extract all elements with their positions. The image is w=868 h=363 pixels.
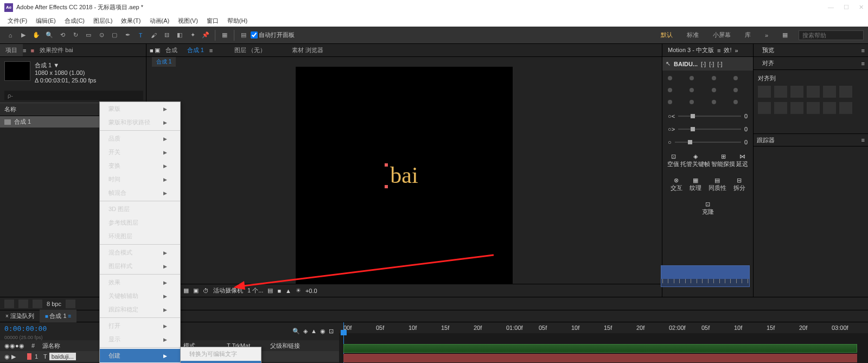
project-search[interactable] bbox=[4, 91, 143, 100]
ctx-item-4[interactable]: 变换▶ bbox=[100, 159, 180, 173]
motion-split-button[interactable]: ⊟拆分 bbox=[733, 177, 745, 192]
viewer[interactable]: bai bbox=[146, 67, 662, 284]
ctx-item-7[interactable]: 3D 图层 bbox=[100, 202, 180, 216]
tab-align[interactable]: 对齐 bbox=[757, 57, 780, 69]
snap-icon[interactable]: ▦ bbox=[219, 29, 231, 41]
folder-icon[interactable]: ▣ bbox=[155, 47, 160, 54]
grid-icon[interactable]: ▦ bbox=[183, 287, 189, 294]
submenu-item-1[interactable]: 从文字创建形状 bbox=[181, 361, 261, 363]
anchor-dot[interactable] bbox=[690, 88, 694, 92]
view-icon[interactable]: ▤ bbox=[267, 287, 273, 294]
anchor-dot[interactable] bbox=[712, 100, 716, 104]
align-top-button[interactable] bbox=[807, 86, 820, 98]
col-parent[interactable]: 父级和链接 bbox=[266, 342, 304, 350]
pan-behind-tool[interactable]: ⊙ bbox=[95, 29, 107, 41]
ctx-item-3[interactable]: 开关▶ bbox=[100, 145, 180, 159]
menu-view[interactable]: 视图(V) bbox=[175, 16, 201, 26]
slider-track[interactable] bbox=[678, 129, 741, 130]
anchor-dot[interactable] bbox=[668, 100, 672, 104]
time-icon[interactable]: ⏱ bbox=[203, 288, 209, 294]
time-navigator[interactable] bbox=[661, 265, 750, 287]
tab-menu-icon[interactable]: ≡ bbox=[209, 47, 213, 54]
more-icon[interactable]: » bbox=[735, 47, 738, 54]
autopanel-checkbox[interactable] bbox=[251, 31, 258, 39]
dist-vcenter-button[interactable] bbox=[823, 102, 836, 114]
orbit-tool[interactable]: ⟲ bbox=[56, 29, 68, 41]
mask-icon[interactable]: ▣ bbox=[193, 287, 199, 294]
slider-thumb[interactable] bbox=[691, 114, 695, 118]
camera-tool[interactable]: ▭ bbox=[82, 29, 94, 41]
selection-tool[interactable]: ▶ bbox=[17, 29, 29, 41]
motion-homog-button[interactable]: ▤同质性 bbox=[709, 177, 726, 192]
timecode[interactable]: 0:00:00:00 bbox=[0, 322, 51, 335]
ctx-item-12[interactable]: 效果▶ bbox=[100, 276, 180, 289]
menu-layer[interactable]: 图层(L) bbox=[90, 16, 116, 26]
menu-effect[interactable]: 效果(T) bbox=[118, 16, 144, 26]
align-icon[interactable]: ▤ bbox=[238, 29, 250, 41]
slider-track[interactable] bbox=[675, 142, 741, 143]
tab-menu-icon[interactable]: ≡ bbox=[23, 47, 26, 54]
canvas[interactable]: bai bbox=[296, 67, 513, 284]
motion-null-button[interactable]: ⊡空值 bbox=[667, 153, 679, 168]
work-area-bar[interactable] bbox=[343, 344, 857, 353]
pen-tool[interactable]: ✒ bbox=[122, 29, 133, 41]
ctx-item-5[interactable]: 时间▶ bbox=[100, 173, 180, 186]
anchor-dot[interactable] bbox=[733, 88, 738, 92]
roto-tool[interactable]: ✦ bbox=[187, 29, 199, 41]
layer-bar[interactable] bbox=[343, 354, 857, 362]
col-source[interactable]: 源名称 bbox=[38, 342, 103, 350]
tab-comp-name[interactable]: 合成 1 bbox=[183, 44, 208, 56]
col-number[interactable]: # bbox=[27, 342, 38, 349]
ctx-item-6[interactable]: 帧混合▶ bbox=[100, 186, 180, 200]
slider-track[interactable] bbox=[678, 116, 741, 117]
trash-button[interactable] bbox=[66, 300, 75, 308]
panel-menu-icon[interactable]: ≡ bbox=[861, 137, 865, 143]
ctx-item-10[interactable]: 混合模式▶ bbox=[100, 246, 180, 259]
exposure-value[interactable]: +0.0 bbox=[305, 288, 317, 294]
motion-texture-button[interactable]: ▦纹理 bbox=[690, 177, 701, 192]
anchor-dot[interactable] bbox=[668, 88, 672, 92]
home-icon[interactable]: ⌂ bbox=[4, 29, 16, 41]
views-dropdown[interactable]: 1 个... bbox=[247, 286, 263, 295]
ctx-item-1[interactable]: 蒙版和形状路径▶ bbox=[100, 116, 180, 129]
menu-file[interactable]: 文件(F) bbox=[4, 16, 30, 26]
layer-color[interactable] bbox=[27, 353, 31, 360]
tab-layer[interactable]: 图层 （无） bbox=[230, 44, 270, 56]
menu-help[interactable]: 帮助(H) bbox=[224, 16, 251, 26]
tl-icon[interactable]: ◈ bbox=[303, 328, 308, 335]
anchor-dot[interactable] bbox=[690, 76, 694, 80]
search-icon[interactable]: 🔍 bbox=[292, 328, 300, 335]
align-right-button[interactable] bbox=[790, 86, 803, 98]
slider-thumb[interactable] bbox=[688, 140, 692, 144]
workspace-library[interactable]: 库 bbox=[742, 30, 754, 40]
channel-icon[interactable]: ▲ bbox=[285, 288, 291, 294]
anchor-dot[interactable] bbox=[690, 100, 694, 104]
dist-right-button[interactable] bbox=[790, 102, 803, 114]
timeline-tracks[interactable]: 00f 05f 10f 15f 20f 01:00f 05f 10f 15f 2… bbox=[339, 322, 868, 363]
ctx-item-15[interactable]: 打开▶ bbox=[100, 319, 180, 333]
dist-top-button[interactable] bbox=[807, 102, 820, 114]
tab-effect-controls[interactable]: 效果控件 bai bbox=[34, 44, 79, 56]
ctx-item-8[interactable]: 参考线图层 bbox=[100, 216, 180, 230]
ctx-item-17[interactable]: 创建▶转换为可编辑文字从文字创建形状从文字创建蒙版从矢量图层创建形状从数据创建关… bbox=[100, 349, 180, 362]
shape-tool[interactable]: ▢ bbox=[108, 29, 120, 41]
tab-render-queue[interactable]: × 渲染队列 bbox=[0, 310, 40, 322]
workspace-more-icon[interactable]: » bbox=[762, 31, 771, 40]
brush-tool[interactable]: 🖌 bbox=[148, 29, 159, 41]
new-folder-button[interactable] bbox=[33, 300, 42, 308]
menu-composition[interactable]: 合成(C) bbox=[61, 16, 88, 26]
close-button[interactable]: ✕ bbox=[859, 4, 864, 11]
bracket-icon[interactable]: [·] bbox=[709, 61, 714, 67]
layer-toggles[interactable]: ◉ ▶ bbox=[0, 353, 27, 360]
hand-tool[interactable]: ✋ bbox=[30, 29, 42, 41]
anchor-dot[interactable] bbox=[668, 76, 672, 80]
bracket-icon[interactable]: [·] bbox=[717, 61, 722, 67]
maximize-button[interactable]: ☐ bbox=[844, 4, 849, 11]
text-handle[interactable] bbox=[385, 185, 388, 188]
ctx-item-11[interactable]: 图层样式▶ bbox=[100, 259, 180, 273]
tab-project[interactable]: 项目 bbox=[0, 44, 23, 56]
ctx-item-13[interactable]: 关键帧辅助▶ bbox=[100, 289, 180, 303]
align-bottom-button[interactable] bbox=[839, 86, 852, 98]
menu-edit[interactable]: 编辑(E) bbox=[33, 16, 59, 26]
motion-interact-button[interactable]: ⊗交互 bbox=[671, 177, 682, 192]
